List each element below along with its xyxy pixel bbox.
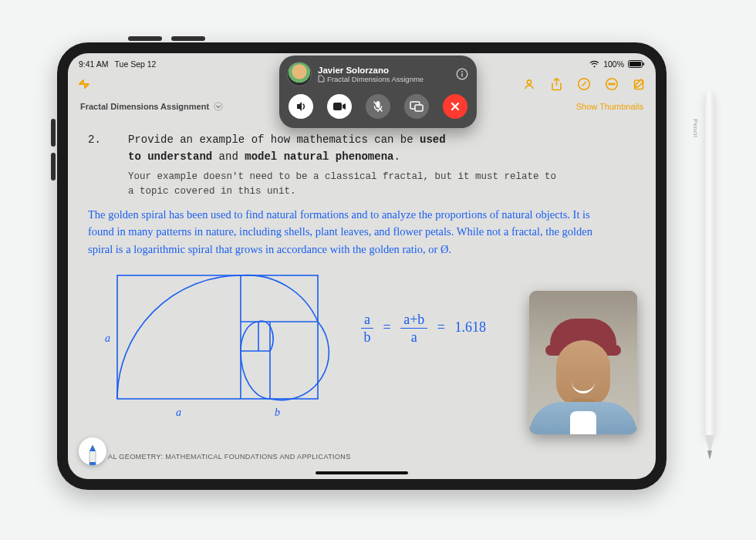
collapse-fullscreen-icon[interactable] (77, 77, 91, 91)
golden-spiral-diagram: a a b (102, 268, 333, 425)
home-indicator[interactable] (316, 471, 408, 474)
facetime-pip[interactable] (529, 291, 637, 434)
document-icon (318, 75, 325, 83)
svg-rect-11 (117, 275, 318, 399)
q-text-bold: used (420, 133, 446, 146)
svg-rect-20 (461, 73, 462, 77)
question-row: 2. Provide an example of how mathematics… (88, 132, 636, 165)
apple-pencil-label: Pencil (692, 119, 699, 137)
facetime-audio-button[interactable] (289, 94, 313, 119)
collaborate-icon[interactable] (522, 77, 536, 91)
question-number: 2. (88, 132, 106, 165)
handwritten-answer: The golden spiral has been used to find … (88, 206, 605, 258)
eq-lhs-top: a (361, 312, 373, 329)
document-title[interactable]: Fractal Dimensions Assignment (80, 102, 223, 111)
facetime-share-subtitle: Fractal Dimensions Assignme (318, 75, 449, 83)
facetime-end-button[interactable] (443, 94, 467, 119)
q-text-seg: and (212, 150, 245, 163)
eq-rhs-top: a+b (400, 312, 427, 329)
page-footer-text: AL GEOMETRY: MATHEMATICAL FOUNDATIONS AN… (108, 453, 351, 461)
markup-pen-tool[interactable] (79, 437, 106, 465)
svg-rect-26 (415, 105, 423, 111)
hw-volume-down (171, 36, 205, 41)
q-text-seg: Provide an example of how mathematics ca… (128, 133, 420, 146)
status-time: 9:41 AM (79, 59, 109, 69)
facetime-caller-name: Javier Solorzano (318, 66, 449, 75)
more-icon[interactable] (605, 77, 619, 91)
facetime-video-button[interactable] (327, 94, 352, 119)
eq-lhs-bot: b (361, 329, 373, 344)
svg-point-10 (214, 103, 222, 110)
share-icon[interactable] (550, 77, 563, 91)
document-title-text: Fractal Dimensions Assignment (80, 102, 209, 111)
svg-rect-2 (643, 62, 645, 66)
q-text-seg: . (393, 150, 400, 163)
question-text: Provide an example of how mathematics ca… (128, 132, 446, 165)
q-text-bold: to understand (128, 150, 212, 163)
hw-side-button-2 (51, 153, 56, 181)
markup-icon[interactable] (577, 77, 591, 91)
facetime-avatar (287, 62, 312, 86)
eq-value: 1.618 (454, 319, 486, 335)
eq-rhs-bot: a (400, 329, 427, 344)
diagram-label-b: b (275, 407, 280, 418)
wifi-icon (589, 60, 599, 68)
svg-rect-21 (333, 103, 342, 110)
svg-rect-1 (629, 62, 641, 66)
status-date: Tue Sep 12 (115, 59, 157, 69)
facetime-hud[interactable]: Javier Solorzano Fractal Dimensions Assi… (279, 56, 477, 128)
diagram-label-a-bottom: a (176, 407, 181, 418)
svg-rect-17 (89, 462, 96, 465)
info-icon[interactable] (455, 67, 469, 81)
svg-point-8 (613, 83, 615, 85)
question-hint: Your example doesn't need to be a classi… (128, 170, 560, 197)
battery-icon (628, 60, 645, 68)
golden-ratio-equation: ab = a+ba = 1.618 (361, 312, 486, 344)
diagram-label-a-left: a (105, 332, 110, 344)
status-battery-pct: 100% (603, 59, 624, 69)
chevron-down-icon (214, 102, 223, 111)
svg-point-19 (461, 71, 463, 73)
apple-pencil: Pencil (702, 91, 717, 467)
facetime-screenshare-button[interactable] (404, 94, 429, 119)
svg-point-3 (527, 80, 531, 84)
facetime-mute-button[interactable] (366, 94, 390, 119)
document-body: 2. Provide an example of how mathematics… (68, 121, 656, 258)
hw-side-button-1 (51, 119, 56, 147)
svg-point-6 (609, 83, 610, 85)
hw-volume-up (128, 36, 162, 41)
q-text-bold: model natural phenomena (245, 150, 393, 163)
show-thumbnails-button[interactable]: Show Thumbnails (576, 102, 643, 111)
compose-icon[interactable] (633, 77, 646, 91)
svg-point-7 (611, 83, 613, 85)
